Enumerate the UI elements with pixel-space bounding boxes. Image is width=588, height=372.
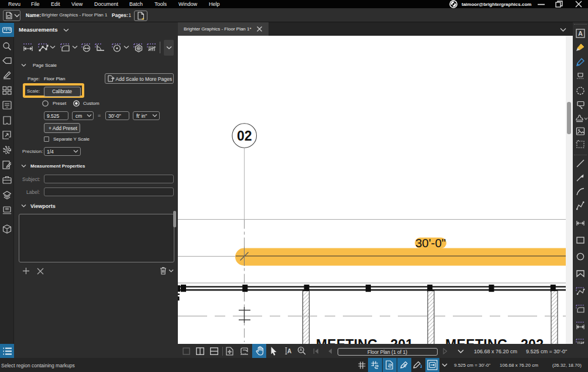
svg-text:MEETING - 202: MEETING - 202 (445, 337, 544, 344)
svg-text:30'-0": 30'-0" (415, 236, 446, 250)
svg-text:A: A (578, 30, 583, 37)
svg-text:MEETING - 201: MEETING - 201 (316, 337, 413, 344)
svg-text:02: 02 (237, 128, 252, 144)
svg-text:A: A (287, 348, 291, 354)
